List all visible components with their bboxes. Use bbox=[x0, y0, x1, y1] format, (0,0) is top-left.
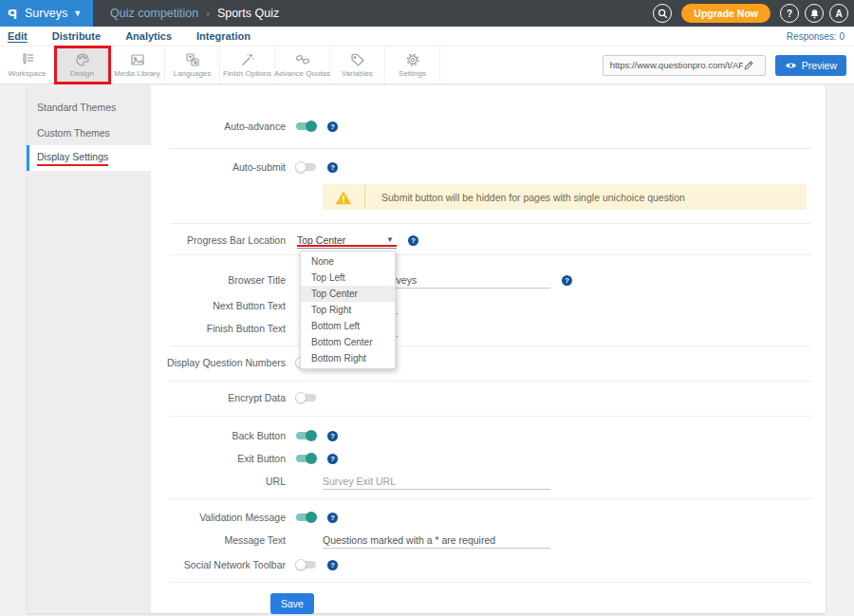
toolbar-advance-quotas[interactable]: Advance Quotas bbox=[275, 47, 330, 84]
exit-button-row: Exit Button ? bbox=[151, 450, 826, 467]
responses-count[interactable]: Responses: 0 bbox=[787, 31, 854, 42]
browser-title-label: Browser Title bbox=[151, 274, 286, 286]
next-button-text-row: Next Button Text bbox=[151, 297, 826, 314]
sidebar-item-label: Display Settings bbox=[37, 151, 108, 166]
sidebar-item-display-settings[interactable]: Display Settings bbox=[27, 145, 151, 171]
exit-url-label: URL bbox=[151, 476, 286, 487]
upgrade-now-button[interactable]: Upgrade Now bbox=[681, 4, 770, 23]
toolbar-media-library[interactable]: Media Library bbox=[110, 47, 165, 84]
exit-url-input[interactable] bbox=[323, 474, 550, 490]
encrypt-data-label: Encrypt Data bbox=[151, 392, 286, 403]
links-icon bbox=[295, 52, 310, 67]
image-icon bbox=[130, 52, 145, 67]
message-text-input[interactable] bbox=[323, 532, 550, 549]
sidebar-item-standard-themes[interactable]: Standard Themes bbox=[27, 94, 151, 120]
toolbar-workspace[interactable]: Workspace bbox=[0, 47, 55, 84]
surveys-menu[interactable]: P Surveys ▼ bbox=[0, 0, 93, 27]
gear-icon bbox=[405, 52, 420, 67]
help-icon[interactable]: ? bbox=[327, 162, 338, 173]
edit-pencil-icon[interactable] bbox=[743, 60, 754, 71]
questionpro-logo-icon: P bbox=[8, 6, 17, 22]
toolbar-label: Settings bbox=[399, 69, 426, 78]
save-button[interactable]: Save bbox=[270, 593, 314, 614]
sidebar-item-custom-themes[interactable]: Custom Themes bbox=[27, 120, 151, 145]
notifications-button[interactable] bbox=[805, 4, 824, 23]
nav-tab-edit[interactable]: Edit bbox=[8, 30, 28, 42]
auto-submit-row: Auto-submit ? bbox=[151, 159, 826, 176]
translate-icon bbox=[185, 52, 200, 67]
menu-option-bottom-left[interactable]: Bottom Left bbox=[301, 318, 395, 334]
nav-tab-analytics[interactable]: Analytics bbox=[125, 30, 172, 42]
toolbar-settings[interactable]: Settings bbox=[385, 47, 440, 84]
section-divider bbox=[170, 148, 811, 149]
display-question-numbers-label: Display Question Numbers bbox=[151, 357, 286, 368]
progress-bar-location-label: Progress Bar Location bbox=[151, 234, 286, 246]
exit-button-label: Exit Button bbox=[151, 453, 286, 464]
menu-option-top-center[interactable]: Top Center bbox=[301, 286, 395, 302]
validation-message-toggle[interactable] bbox=[296, 513, 316, 521]
help-button[interactable]: ? bbox=[780, 4, 799, 23]
breadcrumb-survey-name: Sports Quiz bbox=[217, 7, 279, 20]
help-icon[interactable]: ? bbox=[408, 235, 418, 246]
exit-url-row: URL bbox=[151, 473, 826, 490]
social-network-toolbar-label: Social Network Toolbar bbox=[151, 559, 286, 570]
toolbar-label: Languages bbox=[174, 69, 212, 78]
warning-triangle-icon bbox=[323, 184, 365, 210]
design-sidebar: Standard Themes Custom Themes Display Se… bbox=[27, 85, 151, 613]
auto-advance-row: Auto-advance ? bbox=[151, 118, 826, 135]
exit-button-toggle[interactable] bbox=[296, 455, 316, 462]
auto-submit-toggle[interactable] bbox=[296, 163, 316, 171]
breadcrumb-separator-icon: › bbox=[206, 8, 210, 19]
toolbar-variables[interactable]: Variables bbox=[330, 47, 385, 84]
breadcrumb-folder[interactable]: Quiz competition bbox=[110, 7, 198, 20]
help-icon[interactable]: ? bbox=[327, 560, 338, 570]
menu-option-top-right[interactable]: Top Right bbox=[301, 302, 395, 318]
menu-option-bottom-right[interactable]: Bottom Right bbox=[301, 350, 395, 366]
back-button-toggle[interactable] bbox=[296, 432, 316, 439]
section-divider bbox=[170, 498, 811, 499]
save-row: Save bbox=[151, 593, 826, 614]
toolbar-design[interactable]: Design bbox=[55, 47, 110, 84]
chevron-down-icon: ▼ bbox=[73, 9, 82, 18]
progress-bar-location-select[interactable]: Top Center ▼ bbox=[297, 233, 397, 249]
help-icon[interactable]: ? bbox=[327, 513, 338, 523]
section-divider bbox=[170, 381, 811, 382]
nav-tab-distribute[interactable]: Distribute bbox=[52, 30, 101, 42]
help-icon[interactable]: ? bbox=[327, 454, 338, 464]
survey-url-input[interactable] bbox=[610, 60, 743, 70]
validation-message-row: Validation Message ? bbox=[151, 509, 826, 526]
edit-toolbar: Workspace Design Media Library Languages… bbox=[0, 46, 854, 84]
section-divider bbox=[170, 345, 811, 346]
toolbar-finish-options[interactable]: Finish Options bbox=[220, 47, 275, 84]
encrypt-data-toggle[interactable] bbox=[296, 394, 316, 401]
design-page: Standard Themes Custom Themes Display Se… bbox=[27, 85, 826, 613]
menu-option-top-left[interactable]: Top Left bbox=[301, 270, 395, 286]
finish-button-text-label: Finish Button Text bbox=[151, 323, 286, 334]
finish-button-text-row: Finish Button Text bbox=[151, 320, 826, 337]
warning-text: Submit button will be hidden for pages w… bbox=[365, 192, 685, 203]
auto-advance-label: Auto-advance bbox=[151, 121, 286, 132]
account-avatar[interactable]: A bbox=[829, 4, 848, 23]
validation-message-label: Validation Message bbox=[151, 512, 286, 523]
menu-option-none[interactable]: None bbox=[301, 253, 395, 270]
toolbar-languages[interactable]: Languages bbox=[165, 47, 220, 84]
help-icon[interactable]: ? bbox=[327, 121, 338, 132]
survey-url-box bbox=[603, 55, 766, 76]
display-settings-panel: Auto-advance ? Auto-submit ? Submit butt… bbox=[151, 85, 826, 613]
product-name: Surveys bbox=[25, 7, 67, 20]
encrypt-data-row: Encrypt Data bbox=[151, 389, 826, 406]
menu-option-bottom-center[interactable]: Bottom Center bbox=[301, 334, 395, 350]
search-button[interactable] bbox=[653, 4, 672, 23]
message-text-row: Message Text bbox=[151, 532, 826, 549]
browser-title-row: Browser Title ? bbox=[151, 271, 826, 289]
preview-button[interactable]: Preview bbox=[775, 55, 846, 76]
toolbar-label: Finish Options bbox=[223, 69, 271, 78]
nav-tab-integration[interactable]: Integration bbox=[196, 30, 251, 42]
survey-nav: Edit Distribute Analytics Integration Re… bbox=[0, 27, 854, 46]
help-icon[interactable]: ? bbox=[327, 431, 338, 441]
help-icon[interactable]: ? bbox=[562, 275, 572, 286]
social-network-toolbar-toggle[interactable] bbox=[296, 561, 316, 569]
breadcrumb: Quiz competition › Sports Quiz bbox=[93, 0, 279, 27]
auto-advance-toggle[interactable] bbox=[296, 122, 316, 130]
topbar-actions: Upgrade Now ? A bbox=[653, 0, 854, 27]
